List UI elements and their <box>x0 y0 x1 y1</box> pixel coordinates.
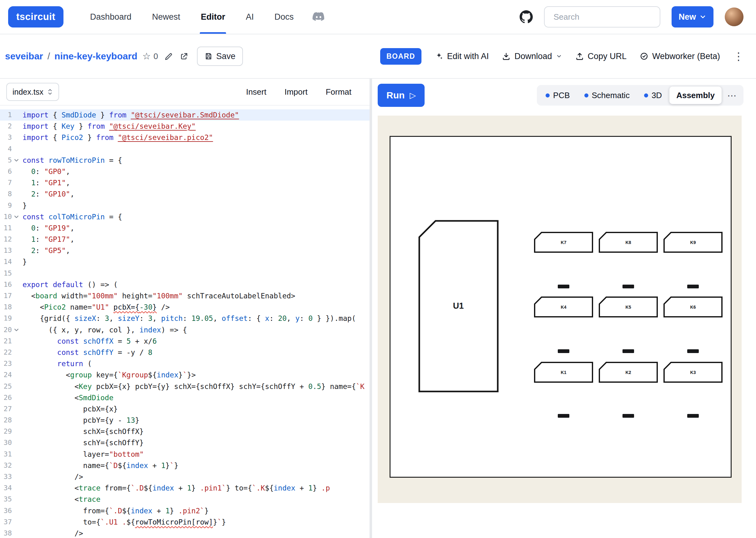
code-line-14[interactable]: 14} <box>0 256 370 267</box>
webworker-button[interactable]: Webworker (Beta) <box>640 52 720 61</box>
line-number: 5 <box>0 155 12 166</box>
rename-pencil-icon[interactable] <box>164 52 173 61</box>
code-line-35[interactable]: 35 <trace <box>0 494 370 505</box>
assembly-diode[interactable] <box>622 285 634 288</box>
assembly-diode[interactable] <box>622 414 634 418</box>
board-badge[interactable]: BOARD <box>380 48 422 65</box>
code-line-29[interactable]: 29 schX={schOffX} <box>0 426 370 437</box>
gutter: 13 <box>0 245 21 256</box>
editor-menu-insert[interactable]: Insert <box>246 87 266 97</box>
gutter: 18 <box>0 301 21 313</box>
editor-menu-import[interactable]: Import <box>284 87 308 97</box>
code-line-20[interactable]: 20 ({ x, y, row, col }, index) => { <box>0 324 370 336</box>
code-text: schY={schOffY} <box>21 437 144 448</box>
assembly-diode[interactable] <box>558 349 569 353</box>
code-line-24[interactable]: 24 <group key={`Kgroup${index}`}> <box>0 369 370 381</box>
code-line-7[interactable]: 7 1: "GP1", <box>0 177 370 188</box>
code-line-3[interactable]: 3import { Pico2 } from "@tsci/seveibar.p… <box>0 132 370 143</box>
tab-assembly[interactable]: Assembly <box>669 86 722 104</box>
code-line-8[interactable]: 8 2: "GP10", <box>0 188 370 200</box>
breadcrumb-user[interactable]: seveibar <box>5 51 43 62</box>
code-line-17[interactable]: 17 <board width="100mm" height="100mm" s… <box>0 290 370 301</box>
code-area[interactable]: 1import { SmdDiode } from "@tsci/seveiba… <box>0 106 370 538</box>
code-line-4[interactable]: 4 <box>0 143 370 155</box>
code-line-23[interactable]: 23 return ( <box>0 358 370 369</box>
save-icon <box>204 52 212 60</box>
fold-spacer <box>12 245 21 256</box>
code-line-5[interactable]: 5const rowToMicroPin = { <box>0 155 370 166</box>
tab-3d[interactable]: 3D <box>637 86 669 104</box>
nav-item-newest[interactable]: Newest <box>142 0 190 34</box>
tab-label: Assembly <box>676 90 715 100</box>
code-line-31[interactable]: 31 layer="bottom" <box>0 449 370 460</box>
fold-chevron-icon[interactable] <box>12 211 21 222</box>
fold-spacer <box>12 109 21 121</box>
code-line-37[interactable]: 37 to={`.U1 .${rowToMicroPin[row]}`} <box>0 516 370 528</box>
code-line-38[interactable]: 38 /> <box>0 528 370 538</box>
assembly-canvas[interactable]: U1K7K8K9K4K5K6K1K2K3 <box>378 116 742 503</box>
code-line-18[interactable]: 18 <Pico2 name="U1" pcbX={-30} /> <box>0 301 370 313</box>
copy-url-button[interactable]: Copy URL <box>575 52 627 61</box>
code-text: schX={schOffX} <box>21 426 144 437</box>
code-line-33[interactable]: 33 /> <box>0 471 370 482</box>
code-line-25[interactable]: 25 <Key pcbX={x} pcbY={y} schX={schOffX}… <box>0 381 370 392</box>
code-line-13[interactable]: 13 2: "GP5", <box>0 245 370 256</box>
assembly-diode[interactable] <box>558 414 569 418</box>
fold-chevron-icon[interactable] <box>12 155 21 166</box>
code-line-11[interactable]: 11 0: "GP19", <box>0 222 370 234</box>
code-line-9[interactable]: 9} <box>0 200 370 211</box>
assembly-diode[interactable] <box>687 349 699 353</box>
assembly-key-label-K6: K6 <box>690 305 696 310</box>
user-avatar[interactable] <box>725 8 743 26</box>
more-options-kebab-icon[interactable]: ⋮ <box>733 51 744 62</box>
code-line-16[interactable]: 16export default () => ( <box>0 279 370 290</box>
tab-schematic[interactable]: Schematic <box>577 86 637 104</box>
code-line-12[interactable]: 12 1: "GP17", <box>0 234 370 245</box>
code-line-15[interactable]: 15 <box>0 268 370 279</box>
new-button[interactable]: New <box>671 6 714 27</box>
line-number: 35 <box>0 494 12 505</box>
file-tab[interactable]: index.tsx <box>6 83 59 101</box>
code-line-22[interactable]: 22 const schOffY = -y / 8 <box>0 347 370 358</box>
fold-spacer <box>12 460 21 471</box>
search-input[interactable] <box>544 6 660 27</box>
code-line-30[interactable]: 30 schY={schOffY} <box>0 437 370 448</box>
code-line-28[interactable]: 28 pcbY={y - 13} <box>0 414 370 426</box>
discord-icon[interactable] <box>312 12 325 22</box>
save-button[interactable]: Save <box>197 47 243 66</box>
code-line-10[interactable]: 10const colToMicroPin = { <box>0 211 370 222</box>
code-line-6[interactable]: 6 0: "GP0", <box>0 166 370 177</box>
code-line-36[interactable]: 36 from={`.D${index + 1} .pin2`} <box>0 505 370 516</box>
code-line-27[interactable]: 27 pcbX={x} <box>0 404 370 414</box>
gutter: 14 <box>0 256 21 267</box>
nav-item-ai[interactable]: AI <box>235 0 264 34</box>
code-line-21[interactable]: 21 const schOffX = 5 + x/6 <box>0 336 370 347</box>
tab-pcb[interactable]: PCB <box>539 86 577 104</box>
run-button[interactable]: Run ▷ <box>378 84 425 107</box>
nav-item-dashboard[interactable]: Dashboard <box>80 0 142 34</box>
assembly-diode[interactable] <box>687 414 699 418</box>
tabs-more-icon[interactable]: ⋯ <box>722 90 742 101</box>
code-text: const schOffX = 5 + x/6 <box>21 336 157 347</box>
assembly-diode[interactable] <box>687 285 699 288</box>
github-icon[interactable] <box>520 10 533 24</box>
open-external-icon[interactable] <box>179 52 189 61</box>
code-line-2[interactable]: 2import { Key } from "@tsci/seveibar.Key… <box>0 121 370 132</box>
code-line-26[interactable]: 26 <SmdDiode <box>0 392 370 404</box>
assembly-diode[interactable] <box>622 349 634 353</box>
edit-with-ai-button[interactable]: Edit with AI <box>435 52 489 61</box>
upload-icon <box>575 52 584 61</box>
fold-chevron-icon[interactable] <box>12 324 21 336</box>
nav-item-docs[interactable]: Docs <box>264 0 304 34</box>
tscircuit-logo[interactable]: tscircuit <box>8 6 63 27</box>
code-line-19[interactable]: 19 {grid({ sizeX: 3, sizeY: 3, pitch: 19… <box>0 313 370 324</box>
breadcrumb-project[interactable]: nine-key-keyboard <box>54 51 137 62</box>
code-line-34[interactable]: 34 <trace from={`.D${index + 1} .pin1`} … <box>0 482 370 494</box>
star-button[interactable]: ☆ 0 <box>142 52 158 61</box>
code-line-1[interactable]: 1import { SmdDiode } from "@tsci/seveiba… <box>0 109 370 121</box>
nav-item-editor[interactable]: Editor <box>190 0 235 34</box>
code-line-32[interactable]: 32 name={`D${index + 1}`} <box>0 460 370 471</box>
download-button[interactable]: Download <box>502 52 562 61</box>
editor-menu-format[interactable]: Format <box>326 87 351 97</box>
assembly-diode[interactable] <box>558 285 569 288</box>
